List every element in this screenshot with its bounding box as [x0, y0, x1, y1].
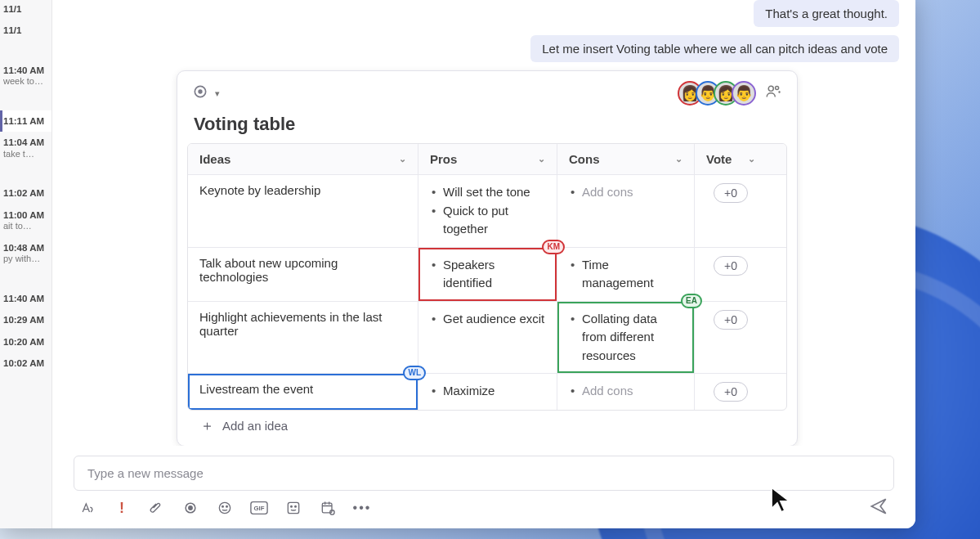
chat-list-item[interactable]: 11:00 AMait to…: [0, 204, 51, 237]
chat-list-item[interactable]: 11/1: [0, 0, 51, 20]
svg-text:GIF: GIF: [254, 505, 265, 512]
presence-badge: WL: [403, 366, 426, 380]
loop-component-card: ▾ 👩👨👩👨 Voting table Ideas⌄ Pros⌄ Co: [177, 70, 798, 446]
vote-button[interactable]: +0: [714, 310, 748, 330]
gif-icon[interactable]: GIF: [250, 499, 268, 517]
table-cell[interactable]: Collating data from different resourcesE…: [557, 302, 695, 374]
table-cell[interactable]: Time management: [557, 248, 695, 301]
table-row: Keynote by leadershipWill set the toneQu…: [188, 174, 786, 247]
conversation-pane: That's a great thought. Let me insert Vo…: [52, 0, 915, 528]
loop-brand-button[interactable]: ▾: [192, 83, 220, 103]
chat-list-sidebar: 11/111/111:40 AMweek to…11:11 AM11:04 AM…: [0, 0, 52, 528]
table-cell[interactable]: Keynote by leadership: [188, 175, 418, 247]
priority-icon[interactable]: !: [113, 499, 131, 517]
col-header-ideas[interactable]: Ideas⌄: [188, 144, 418, 174]
share-people-icon[interactable]: [764, 83, 782, 104]
svg-point-1: [198, 89, 202, 93]
chevron-down-icon: ⌄: [748, 154, 755, 164]
loop-insert-icon[interactable]: [181, 499, 199, 517]
svg-rect-11: [288, 502, 298, 513]
chat-list-item[interactable]: 10:29 AM: [0, 309, 51, 330]
loop-title[interactable]: Voting table: [177, 110, 797, 143]
table-cell[interactable]: Add cons: [557, 374, 695, 410]
chat-list-item[interactable]: 10:20 AM: [0, 331, 51, 353]
chat-list-item[interactable]: 11:40 AM: [0, 288, 51, 309]
format-icon[interactable]: [78, 499, 96, 517]
col-header-vote[interactable]: Vote⌄: [695, 144, 767, 174]
add-idea-label: Add an idea: [222, 419, 288, 433]
svg-point-3: [776, 86, 779, 89]
table-header-row: Ideas⌄ Pros⌄ Cons⌄ Vote⌄: [188, 144, 786, 174]
chat-list-item[interactable]: 11:04 AMtake t…: [0, 132, 51, 164]
table-cell[interactable]: Highlight achievements in the last quart…: [188, 302, 418, 374]
table-cell[interactable]: Maximize: [418, 374, 557, 410]
table-row: Highlight achievements in the last quart…: [188, 301, 786, 374]
schedule-icon[interactable]: [319, 499, 337, 517]
chat-list-item[interactable]: 10:48 AMpy with…: [0, 237, 51, 270]
message-input[interactable]: Type a new message: [74, 456, 894, 491]
chevron-down-icon: ▾: [215, 88, 220, 99]
chat-list-item[interactable]: 11:11 AM: [0, 110, 51, 132]
table-cell[interactable]: Talk about new upcoming technologies: [188, 248, 418, 301]
svg-point-13: [295, 506, 297, 508]
voting-table: Ideas⌄ Pros⌄ Cons⌄ Vote⌄ Keynote by lead…: [187, 143, 787, 411]
vote-button[interactable]: +0: [714, 183, 748, 203]
loop-icon: [192, 83, 208, 103]
compose-toolbar: ! GIF •••: [70, 499, 897, 517]
table-cell[interactable]: Will set the toneQuick to put together: [418, 175, 557, 247]
col-header-pros[interactable]: Pros⌄: [418, 144, 557, 174]
vote-cell: +0: [695, 175, 767, 247]
table-cell[interactable]: Add cons: [557, 175, 695, 247]
message-bubble: That's a great thought.: [754, 0, 899, 27]
chat-list-item[interactable]: 11:40 AMweek to…: [0, 60, 51, 92]
vote-button[interactable]: +0: [714, 382, 748, 402]
add-idea-button[interactable]: ＋ Add an idea: [177, 411, 797, 433]
vote-cell: +0: [695, 248, 767, 301]
message-area: That's a great thought. Let me insert Vo…: [52, 0, 915, 446]
compose-region: Type a new message ! GIF •••: [52, 446, 915, 528]
col-header-cons[interactable]: Cons⌄: [557, 144, 695, 174]
svg-point-6: [219, 502, 230, 513]
chat-list-item[interactable]: 10:02 AM: [0, 353, 51, 374]
presence-badge: KM: [542, 240, 565, 254]
svg-point-2: [768, 86, 773, 91]
svg-point-7: [222, 506, 224, 508]
chevron-down-icon: ⌄: [538, 154, 545, 164]
more-icon[interactable]: •••: [353, 499, 371, 517]
message-bubble: Let me insert Voting table where we all …: [530, 35, 899, 62]
plus-icon: ＋: [200, 419, 214, 433]
svg-point-8: [226, 506, 228, 508]
table-row: Talk about new upcoming technologiesSpea…: [188, 247, 786, 301]
vote-button[interactable]: +0: [714, 256, 748, 276]
table-row: Livestream the eventWLMaximizeAdd cons+0: [188, 373, 786, 410]
emoji-icon[interactable]: [216, 499, 234, 517]
send-button[interactable]: [868, 496, 889, 520]
vote-cell: +0: [695, 302, 767, 374]
chat-list-item[interactable]: 11:02 AM: [0, 182, 51, 204]
sticker-icon[interactable]: [284, 499, 302, 517]
svg-point-5: [189, 506, 192, 510]
chevron-down-icon: ⌄: [675, 154, 682, 164]
attach-icon[interactable]: [147, 499, 165, 517]
table-cell[interactable]: Speakers identifiedKM: [418, 248, 557, 301]
teams-window: 11/111/111:40 AMweek to…11:11 AM11:04 AM…: [0, 0, 915, 528]
svg-point-12: [291, 506, 293, 508]
presence-badge: EA: [681, 294, 702, 308]
vote-cell: +0: [695, 374, 767, 410]
avatar[interactable]: 👨: [732, 81, 756, 106]
table-cell[interactable]: Get audience excit: [418, 302, 557, 374]
table-cell[interactable]: Livestream the eventWL: [188, 374, 418, 410]
presence-avatars[interactable]: 👩👨👩👨: [684, 81, 756, 106]
chevron-down-icon: ⌄: [399, 154, 406, 164]
chat-list-item[interactable]: 11/1: [0, 20, 51, 41]
